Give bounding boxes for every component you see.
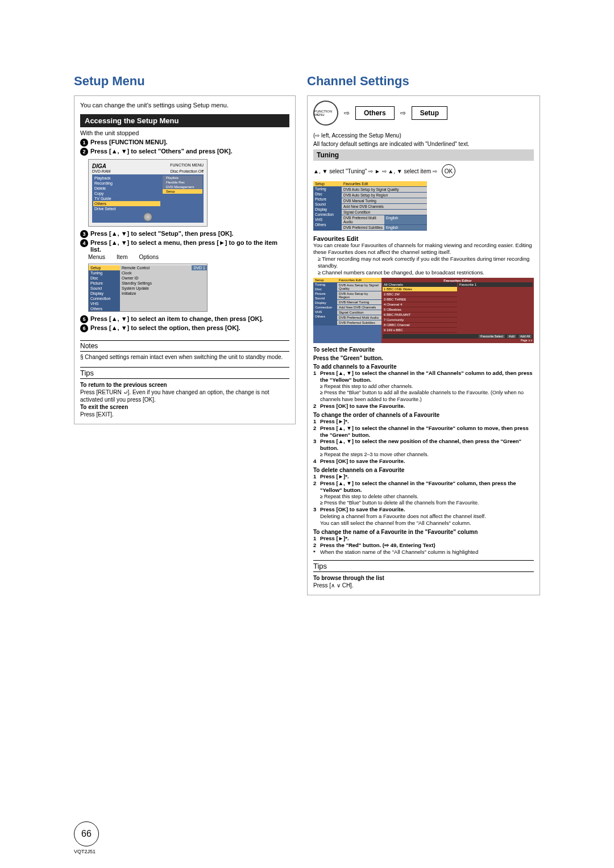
- arrow-icon: ⇨: [400, 109, 406, 117]
- step-6-text: Press [▲, ▼] to select the option, then …: [90, 324, 240, 332]
- m2-remote: Remote Control: [120, 265, 192, 270]
- sm-subs-v: English: [384, 225, 427, 231]
- add-1b: Press the "Blue" button to add all the a…: [320, 390, 534, 403]
- em-ch0: 1 BBC ONE Wales: [383, 287, 457, 292]
- em-ch5: 6 BBC PARLMNT: [383, 312, 457, 318]
- m2-owner: Owner ID: [120, 276, 207, 281]
- disc-label: DVD-RAM: [92, 169, 111, 173]
- sm-conn: Connection: [313, 212, 342, 217]
- sm-audio-v: English: [384, 215, 427, 225]
- sm-manual: DVB Manual Tuning: [342, 198, 427, 204]
- em-pic: Picture: [313, 291, 337, 296]
- notes-body: Changed settings remain intact even when…: [80, 354, 289, 360]
- m1-dvdmgmt: DVD Management: [163, 185, 202, 189]
- tips-header-left: Tips: [80, 367, 289, 379]
- m1-delete: Delete: [94, 186, 106, 190]
- label-options: Options: [139, 254, 158, 260]
- m1-setup: Setup: [163, 189, 202, 194]
- step-2: 2Press [▲, ▼] to select "Others" and pre…: [80, 148, 289, 156]
- sm-disc: Disc: [313, 191, 342, 197]
- del-3: Press [OK] to save the Favourite.: [320, 506, 405, 513]
- fav-edit-h: Favourites Edit: [313, 235, 534, 242]
- chg-3a: Repeat the steps 2–3 to move other chann…: [320, 452, 534, 458]
- del-3b: Deleting a channel from a Favourite does…: [320, 513, 534, 520]
- step-4: 4Press [▲, ▼] to select a menu, then pre…: [80, 239, 289, 253]
- em-i5: Signal Condition: [337, 310, 381, 315]
- em-i1: DVB Auto Setup by Signal Quality: [337, 283, 381, 291]
- m1-flexrec: Flexible Rec: [163, 180, 202, 185]
- em-vhs: VHS: [313, 310, 337, 314]
- del-2a: Repeat this step to delete other channel…: [320, 494, 534, 500]
- sm-pic: Picture: [313, 197, 342, 202]
- tuning-header: Tuning: [313, 149, 534, 161]
- add-h: To add channels to a Favourite: [313, 364, 534, 370]
- step-3-text: Press [▲, ▼] to select "Setup", then pre…: [90, 230, 234, 238]
- name-1: Press [►]*.: [320, 535, 349, 542]
- setup-box: Setup: [412, 106, 447, 120]
- m2-s-tuning: Tuning: [89, 270, 120, 276]
- m2-s-others: Others: [89, 306, 120, 311]
- em-setup: Setup: [313, 278, 337, 282]
- m2-standby: Standby Settings: [120, 281, 207, 286]
- sm-autosq: DVB Auto Setup by Signal Quality: [342, 187, 427, 193]
- tips-header-right: Tips: [313, 560, 534, 572]
- m2-sysupd: System Update: [120, 286, 207, 291]
- name-h: To change the name of a Favourite in the…: [313, 529, 534, 535]
- others-box: Others: [355, 106, 395, 120]
- sm-sound: Sound: [313, 202, 342, 207]
- del-h: To delete channels on a Favourite: [313, 467, 534, 473]
- sm-setup: Setup: [313, 181, 342, 186]
- del-2: Press [▲, ▼] to select the channel in th…: [320, 480, 534, 494]
- em-b1: Add: [507, 335, 516, 338]
- del-1: Press [►]*.: [320, 473, 349, 480]
- em-ch6: 7 Community: [383, 318, 457, 323]
- ref-text: (⇨ left, Accessing the Setup Menu): [313, 132, 534, 139]
- em-b0: Favourite Select: [479, 335, 505, 338]
- function-menu-mock: DIGAFUNCTION MENU DVD-RAMDisc Protection…: [88, 159, 208, 227]
- em-i3: DVB Manual Tuning: [337, 300, 381, 305]
- em-i4: Add New DVB Channels: [337, 305, 381, 310]
- with-stopped: With the unit stopped: [80, 130, 289, 136]
- tips-return-b: Press [RETURN ⤾]. Even if you have chang…: [80, 389, 269, 403]
- fav-edit-b1: You can create four Favourites of channe…: [313, 242, 532, 255]
- m2-s-conn: Connection: [89, 296, 120, 301]
- step-5: 5Press [▲, ▼] to select an item to chang…: [80, 315, 289, 323]
- prot-label: Disc Protection Off: [171, 169, 204, 173]
- nav-instructions: ▲, ▼ select "Tuning" ⇨ ► ⇨ ▲, ▼ select i…: [313, 164, 534, 178]
- chg-h: To change the order of channels of a Fav…: [313, 412, 534, 418]
- m1-drive: Drive Select: [94, 207, 116, 211]
- function-menu-dial-icon: FUNCTION MENU: [310, 97, 342, 129]
- tips-return-h: To return to the previous screen: [80, 382, 167, 388]
- sm-vhs: VHS: [313, 217, 342, 222]
- m2-s-setup: Setup: [89, 265, 120, 270]
- m2-clock: Clock: [120, 270, 207, 276]
- sm-subs: DVB Preferred Subtitles: [342, 225, 384, 231]
- page-number: 66: [74, 821, 99, 846]
- m2-s-vhs: VHS: [89, 301, 120, 306]
- setup-menu-title: Setup Menu: [74, 74, 296, 89]
- fm-label: FUNCTION MENU: [170, 163, 204, 169]
- em-sound: Sound: [313, 296, 337, 301]
- em-ch4: 5 CBeebies: [383, 307, 457, 312]
- label-menus: Menus: [88, 254, 105, 260]
- step-4-text: Press [▲, ▼] to select a menu, then pres…: [90, 239, 289, 253]
- channel-settings-title: Channel Settings: [307, 74, 540, 89]
- m2-s-disc: Disc: [89, 276, 120, 281]
- arrow-icon: ⇨: [344, 109, 350, 117]
- name-2: Press the "Red" button. (⇨ 49, Entering …: [320, 542, 435, 549]
- sel-fav-b: Press the "Green" button.: [313, 355, 534, 361]
- em-ch2: 3 BBC THREE: [383, 297, 457, 302]
- tips-exit-b: Press [EXIT].: [80, 411, 114, 418]
- em-allch: All Channels: [383, 282, 457, 287]
- m2-dvd1: DVD 1: [192, 265, 207, 270]
- intro-text: You can change the unit's settings using…: [80, 102, 289, 108]
- em-ch8: 9 199 s BBC: [383, 328, 457, 333]
- chg-3: Press [▲, ▼] to select the new position …: [320, 438, 534, 452]
- sm-favedit: Favourites Edit: [342, 181, 427, 187]
- fav-li1: Timer recording may not work correctly i…: [318, 256, 534, 269]
- em-ch3: 4 Channel 4: [383, 302, 457, 307]
- em-oth: Others: [313, 314, 337, 319]
- setup-mock-left: Setup Tuning Disc Picture Sound Display …: [88, 264, 208, 312]
- sm-tuning: Tuning: [313, 186, 342, 191]
- m1-recording: Recording: [94, 181, 113, 185]
